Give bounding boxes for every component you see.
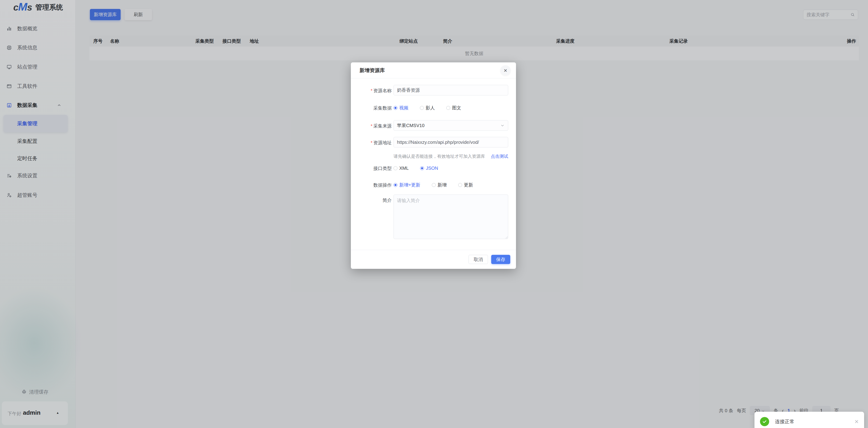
- radio-json[interactable]: JSON: [420, 165, 438, 171]
- radio-add-update[interactable]: 新增+更新: [394, 182, 421, 188]
- cancel-button[interactable]: 取消: [468, 255, 488, 264]
- resource-url-label: *资源地址: [351, 140, 392, 146]
- radio-dot: [394, 183, 397, 187]
- modal-header: 新增资源库 ×: [351, 62, 516, 79]
- radio-dot: [394, 166, 397, 170]
- radio-dot: [420, 106, 424, 110]
- radio-actor[interactable]: 影人: [420, 105, 435, 111]
- radio-add[interactable]: 新增: [432, 182, 447, 188]
- intro-label: 简介: [351, 197, 392, 204]
- toast-notification: 连接正常 ×: [754, 412, 864, 428]
- required-mark: *: [371, 123, 372, 128]
- resource-name-input[interactable]: [394, 85, 508, 95]
- collect-data-radio-group: 视频 影人 图文: [394, 105, 461, 111]
- data-op-label: 数据操作: [351, 182, 392, 188]
- radio-video[interactable]: 视频: [394, 105, 408, 111]
- toast-close-icon[interactable]: ×: [855, 418, 859, 425]
- chevron-down-icon: [500, 123, 505, 128]
- intro-textarea[interactable]: [394, 194, 508, 239]
- collect-data-label: 采集数据: [351, 105, 392, 111]
- test-connection-link[interactable]: 点击测试: [491, 153, 508, 159]
- radio-xml[interactable]: XML: [394, 165, 409, 171]
- toast-message: 连接正常: [775, 418, 795, 425]
- api-type-radio-group: XML JSON: [394, 165, 438, 171]
- api-type-label: 接口类型: [351, 165, 392, 172]
- resource-name-label: *资源名称: [351, 88, 392, 94]
- radio-dot: [446, 106, 450, 110]
- close-icon[interactable]: ×: [500, 65, 510, 75]
- modal-title: 新增资源库: [360, 62, 385, 79]
- required-mark: *: [371, 140, 372, 145]
- radio-dot: [432, 183, 436, 187]
- add-resource-modal: 新增资源库 × *资源名称 采集数据 视频 影人 图文 *采集来源 苹果CMSV…: [351, 62, 516, 269]
- collect-source-label: *采集来源: [351, 123, 392, 129]
- save-button[interactable]: 保存: [491, 255, 510, 264]
- required-mark: *: [371, 88, 372, 93]
- success-check-icon: [760, 417, 769, 426]
- data-op-radio-group: 新增+更新 新增 更新: [394, 182, 473, 188]
- collect-source-select[interactable]: 苹果CMSV10: [394, 120, 508, 131]
- radio-article[interactable]: 图文: [446, 105, 461, 111]
- resource-url-input[interactable]: [394, 137, 508, 148]
- url-hint-row: 请先确认是否能连接，有效地址才可加入资源库 点击测试: [394, 153, 508, 159]
- radio-dot: [420, 166, 424, 170]
- modal-footer: 取消 保存: [351, 250, 516, 269]
- select-value: 苹果CMSV10: [397, 122, 500, 129]
- url-hint-text: 请先确认是否能连接，有效地址才可加入资源库: [394, 153, 485, 159]
- radio-dot: [394, 106, 397, 110]
- radio-dot: [458, 183, 462, 187]
- radio-update[interactable]: 更新: [458, 182, 473, 188]
